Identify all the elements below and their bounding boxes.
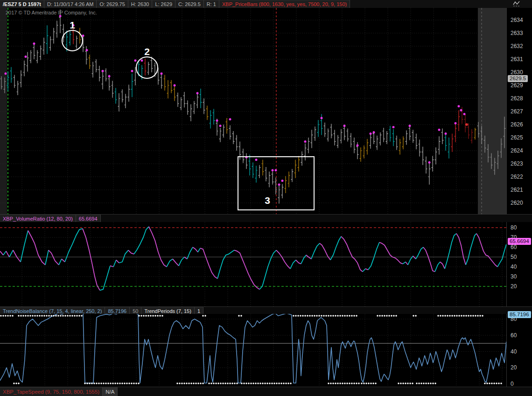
tape-speed-bar: XBP_TapeSpeed (9, 75, 150, 800, 1555)N/A [0,387,532,396]
volume-ratio-value-badge: 65.6694 [508,238,531,245]
volume-ratio-axis[interactable]: 65.6694 80706050403020 [506,222,532,306]
price-tick-2631: 2631 [511,56,523,63]
last-price-badge: 2629.5 [508,75,528,82]
title-cell-5[interactable]: C: 2629.5 [175,0,204,8]
volume-ratio-canvas[interactable] [0,222,506,306]
annotation-label-2: 2 [144,46,150,57]
trend-noise-balance-canvas[interactable] [0,314,506,387]
price-tick-2626: 2626 [511,121,523,128]
volume-ratio-header: XBP_VolumeRatio (12, 80, 20)65.6694 [0,214,532,222]
volume-ratio-tick-30: 30 [511,273,517,280]
volume-ratio-cell-1[interactable]: 65.6694 [76,215,101,222]
thinkorswim-chart-window: /ESZ7 5 D 1597tD: 11/30/17 4:26 AMO: 262… [0,0,532,396]
tnb-cell-1[interactable]: 85.7196 [105,307,130,314]
trend-noise-balance-header: TrendNoiseBalance (7, 15, 4, linear, 250… [0,306,532,314]
volume-ratio-tick-80: 80 [511,224,517,231]
tape-speed-cell-1[interactable]: N/A [103,387,118,396]
annotation-circle-2 [136,57,158,78]
tape-speed-cell-0[interactable]: XBP_TapeSpeed (9, 75, 150, 800, 1555) [0,387,103,396]
price-tick-2624: 2624 [511,147,523,154]
title-cell-1[interactable]: D: 11/30/17 4:26 AM [44,0,97,8]
annotation-label-3: 3 [265,195,270,206]
copyright-text: 2017 © TD Ameritrade IP Company, Inc. [6,10,97,15]
price-tick-2633: 2633 [511,29,523,37]
tnb-tick-40: 40 [511,348,517,355]
volume-ratio-tick-40: 40 [511,263,517,271]
title-cell-2[interactable]: O: 2629.75 [97,0,128,8]
title-cell-4[interactable]: L: 2629 [152,0,175,8]
price-tick-2627: 2627 [511,108,523,115]
chart-header-bar: /ESZ7 5 D 1597tD: 11/30/17 4:26 AMO: 262… [0,0,532,8]
price-tick-2634: 2634 [511,16,523,24]
price-tick-2625: 2625 [511,134,523,141]
tnb-cell-2[interactable]: 50 [130,307,141,314]
chart-pattern-icon[interactable] [512,0,521,8]
trend-noise-balance-axis[interactable]: 85.7196 806040200 [506,314,532,387]
tnb-tick-20: 20 [511,364,517,371]
price-tick-2632: 2632 [511,42,523,50]
price-tick-2628: 2628 [511,95,523,102]
price-axis[interactable]: 2629.5 263426332632263126302629262826272… [506,8,532,214]
tnb-tick-60: 60 [511,332,517,339]
title-cell-0[interactable]: /ESZ7 5 D 1597t [0,0,44,8]
price-tick-2629: 2629 [511,82,523,89]
trend-noise-balance-value-badge: 85.7196 [508,311,531,318]
volume-ratio-cell-0[interactable]: XBP_VolumeRatio (12, 80, 20) [0,215,76,222]
volume-ratio-tick-20: 20 [511,283,517,290]
volume-ratio-tick-50: 50 [511,253,517,261]
price-tick-2623: 2623 [511,160,523,167]
price-chart-canvas[interactable]: 123 [0,8,506,214]
annotation-label-1: 1 [70,20,75,30]
tnb-cell-4[interactable]: 1 [195,307,203,314]
title-cell-3[interactable]: H: 2630 [128,0,153,8]
tnb-cell-0[interactable]: TrendNoiseBalance (7, 15, 4, linear, 250… [0,307,105,314]
tnb-cell-3[interactable]: TrendPeriods (7, 15) [141,307,194,314]
price-tick-2621: 2621 [511,186,523,194]
price-tick-2622: 2622 [511,173,523,181]
price-tick-2620: 2620 [511,199,523,207]
title-cell-6[interactable]: R: 1 [204,0,219,8]
title-cell-7[interactable]: XBP_PriceBars (800, 1630, yes, yes, 7500… [219,0,350,8]
